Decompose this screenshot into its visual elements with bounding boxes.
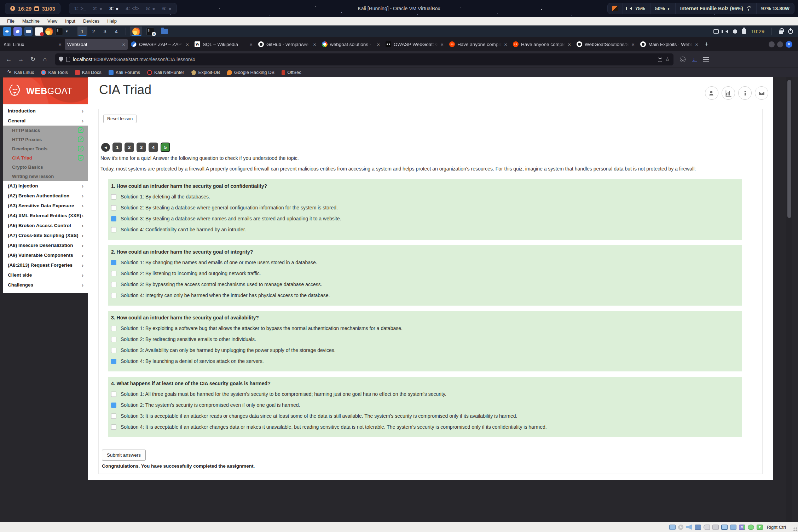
sidebar-item-challenges[interactable]: Challenges› (3, 280, 88, 290)
bookmark-item[interactable]: Google Hacking DB (224, 69, 277, 76)
kali-workspace-4[interactable]: 4 (111, 27, 121, 36)
solution-option[interactable]: Solution 3: Availability can only be har… (111, 347, 737, 353)
forward-button[interactable]: → (15, 54, 27, 65)
tab-close-icon[interactable]: × (249, 41, 253, 47)
page-scrollbar[interactable] (786, 77, 792, 522)
solution-option[interactable]: Solution 1: By exploiting a software bug… (111, 325, 737, 331)
checkbox-unchecked[interactable] (111, 293, 116, 298)
lesson-page-button-1[interactable]: 1 (112, 143, 122, 152)
tab-close-icon[interactable]: × (186, 41, 189, 47)
lock-screen-icon[interactable] (779, 30, 783, 34)
checkbox-unchecked[interactable] (111, 424, 116, 430)
bookmark-item[interactable]: Exploit-DB (189, 69, 223, 76)
menu-hamburger-icon[interactable] (703, 59, 709, 60)
site-info-icon[interactable] (66, 57, 70, 62)
reset-lesson-button[interactable]: Reset lesson (103, 115, 137, 123)
solution-option[interactable]: Solution 4: Confidentiality can't be har… (111, 227, 737, 232)
submit-answers-button[interactable]: Submit answers (102, 450, 146, 461)
keyboard-icon[interactable]: ▼ (757, 525, 763, 530)
tab-close-icon[interactable]: × (377, 41, 380, 47)
solution-option[interactable]: Solution 2: By redirecting sensitive ema… (111, 336, 737, 342)
sidebar-item--a9-vulnerable-components[interactable]: (A9) Vulnerable Components› (3, 250, 88, 260)
tab-close-icon[interactable]: × (695, 41, 698, 47)
tab-close-icon[interactable]: × (631, 41, 635, 47)
terminal-task-button[interactable]: $ 3 (144, 27, 156, 36)
downloads-icon[interactable] (692, 57, 697, 62)
checkbox-checked[interactable] (111, 359, 116, 364)
bookmark-star-icon[interactable]: ☆ (665, 56, 670, 63)
kali-workspace-3[interactable]: 3 (100, 27, 110, 36)
vbox-menu-help[interactable]: Help (104, 18, 120, 24)
sidebar-item--a2-broken-authentication[interactable]: (A2) Broken Authentication› (3, 191, 88, 201)
vbox-menu-devices[interactable]: Devices (80, 18, 103, 24)
browser-tab[interactable]: webgoat solutions -× (319, 39, 382, 50)
launcher-dropdown-caret[interactable]: ▾ (65, 29, 69, 34)
sidebar-item--a4-xml-external-entities-xxe-[interactable]: (A4) XML External Entities (XXE)› (3, 210, 88, 220)
file-manager-icon[interactable] (24, 27, 33, 36)
browser-tab[interactable]: OWASP ZAP – ZAP in× (128, 39, 191, 50)
terminal-launcher-icon[interactable]: $ (55, 28, 63, 35)
firefox-task-button[interactable] (130, 27, 142, 36)
battery-widget[interactable]: 97% 13.80W (756, 3, 794, 14)
solution-option[interactable]: Solution 3: By stealing a database where… (111, 216, 737, 221)
notifications-icon[interactable] (733, 29, 737, 33)
sidebar-item--a8-insecure-deserialization[interactable]: (A8) Insecure Deserialization› (3, 240, 88, 250)
file-manager-task-button[interactable] (158, 27, 170, 36)
network-icon[interactable] (713, 29, 719, 34)
bookmark-item[interactable]: Kali NetHunter (144, 69, 187, 76)
browser-tab[interactable]: OWASP WebGoat: G× (383, 39, 446, 50)
checkbox-checked[interactable] (111, 403, 116, 408)
features-icon[interactable]: V (739, 525, 745, 530)
solution-option[interactable]: Solution 4: It is acceptable if an attac… (111, 424, 737, 430)
host-workspace[interactable]: 6:● (162, 6, 172, 11)
previous-page-button[interactable]: ◀ (101, 143, 110, 152)
checkbox-unchecked[interactable] (111, 326, 116, 331)
webgoat-logo-header[interactable]: WEBGOAT (3, 77, 88, 104)
maximize-button[interactable] (777, 41, 783, 47)
mouse-integration-icon[interactable] (748, 525, 754, 530)
new-tab-button[interactable]: + (701, 40, 712, 48)
about-button[interactable] (738, 86, 752, 100)
vbox-menu-machine[interactable]: Machine (19, 18, 43, 24)
tab-close-icon[interactable]: × (313, 41, 316, 47)
sidebar-item-writing-new-lesson[interactable]: Writing new lesson (3, 172, 88, 181)
scrollbar-thumb[interactable] (787, 80, 791, 218)
checkbox-unchecked[interactable] (111, 392, 116, 397)
solution-option[interactable]: Solution 2: By listening to incoming and… (111, 271, 737, 276)
brightness-widget[interactable]: 50% ◐ (650, 3, 675, 14)
vm-indicator[interactable] (607, 3, 623, 14)
checkbox-unchecked[interactable] (111, 337, 116, 342)
kali-workspace-2[interactable]: 2 (89, 27, 99, 36)
vbox-menu-input[interactable]: Input (62, 18, 79, 24)
audio-icon[interactable] (724, 30, 728, 33)
back-button[interactable]: ← (3, 54, 15, 65)
solution-option[interactable]: Solution 3: It is acceptable if an attac… (111, 413, 737, 419)
network-icon[interactable] (695, 525, 701, 530)
solution-option[interactable]: Solution 2: By stealing a database where… (111, 205, 737, 210)
host-workspace[interactable]: 1:>_ (74, 6, 86, 11)
browser-tab[interactable]: Have anyone comple× (510, 39, 573, 50)
shared-folders-icon[interactable] (712, 525, 719, 530)
lesson-page-button-3[interactable]: 3 (137, 143, 146, 152)
report-card-button[interactable] (722, 86, 735, 100)
tab-close-icon[interactable]: × (122, 41, 125, 47)
checkbox-unchecked[interactable] (111, 227, 116, 232)
volume-widget[interactable]: 75% (623, 3, 650, 14)
browser-tab[interactable]: WSQL – Wikipedia× (192, 39, 255, 50)
reload-button[interactable]: ↻ (27, 54, 39, 65)
bookmark-item[interactable]: Kali Linux (4, 69, 37, 76)
tab-close-icon[interactable]: × (440, 41, 444, 47)
solution-option[interactable]: Solution 1: By deleting all the database… (111, 194, 737, 200)
sidebar-item--a1-injection[interactable]: (A1) Injection› (3, 181, 88, 191)
sidebar-item--a5-broken-access-control[interactable]: (A5) Broken Access Control› (3, 220, 88, 230)
solution-option[interactable]: Solution 2: The system's security is com… (111, 402, 737, 408)
sidebar-item-cia-triad[interactable]: CIA Triad✓ (3, 153, 88, 162)
text-editor-icon[interactable] (35, 27, 43, 36)
solution-option[interactable]: Solution 3: By bypassing the access cont… (111, 282, 737, 287)
app-menu-icon[interactable] (13, 27, 22, 36)
recording-icon[interactable] (730, 525, 736, 530)
checkbox-unchecked[interactable] (111, 282, 116, 287)
display-icon[interactable] (721, 525, 728, 530)
tab-close-icon[interactable]: × (504, 41, 507, 47)
url-bar[interactable]: localhost:8080/WebGoat/start.mvc#lesson/… (55, 53, 673, 65)
